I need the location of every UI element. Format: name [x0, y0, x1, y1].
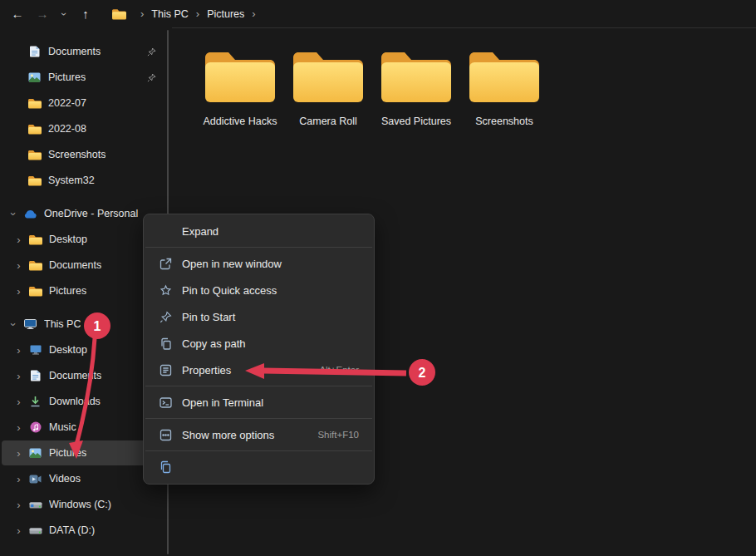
forward-button[interactable]: →: [30, 3, 55, 25]
menu-item-open-in-terminal[interactable]: Open in Terminal: [147, 389, 371, 416]
folder-icon: [27, 122, 42, 135]
sidebar-item-music[interactable]: › Music: [2, 415, 163, 440]
menu-item-copy-as-path[interactable]: Copy as path: [147, 330, 371, 357]
location-folder-icon: [111, 7, 127, 21]
folder-tile-saved-pictures[interactable]: Saved Pictures: [372, 52, 460, 127]
menu-item-label: Open in Terminal: [182, 396, 263, 409]
computer-icon: [22, 317, 38, 331]
sidebar-item-documents-quick[interactable]: Documents: [2, 39, 163, 64]
sidebar-item-onedrive[interactable]: › OneDrive - Personal: [2, 201, 163, 226]
downloads-icon: [27, 395, 43, 408]
menu-item-label: Pin to Quick access: [182, 284, 277, 297]
folder-label: Camera Roll: [299, 116, 356, 127]
sidebar-item-pictures[interactable]: › Pictures: [2, 440, 163, 465]
folder-tile-camera-roll[interactable]: Camera Roll: [284, 52, 372, 127]
sidebar-item-label: DATA (D:): [49, 524, 95, 536]
sidebar-item-pictures-onedrive[interactable]: › Pictures: [2, 278, 163, 303]
menu-item-open-in-new-window[interactable]: Open in new window: [147, 250, 371, 277]
picture-icon: [27, 71, 42, 84]
folder-icon: [27, 258, 43, 272]
menu-item-pin-to-start[interactable]: Pin to Start: [147, 303, 371, 330]
sidebar-item-2022-07[interactable]: 2022-07: [2, 91, 163, 116]
menu-shortcut: Shift+F10: [317, 430, 359, 440]
pin-icon: [159, 284, 173, 297]
chevron-right-icon[interactable]: ›: [13, 260, 24, 271]
recent-locations-chevron[interactable]: ›: [55, 3, 73, 25]
breadcrumb-pictures[interactable]: Pictures: [207, 8, 244, 20]
up-button[interactable]: ↑: [73, 3, 98, 25]
terminal-icon: [159, 396, 173, 409]
chevron-right-icon[interactable]: ›: [13, 345, 24, 356]
navigation-toolbar: ← → › ↑ › This PC › Pictures ›: [0, 0, 756, 27]
file-explorer-window: ← → › ↑ › This PC › Pictures › Documents…: [0, 0, 756, 556]
sidebar-item-system32[interactable]: System32: [2, 168, 163, 193]
sidebar-item-desktop[interactable]: › Desktop: [2, 337, 163, 362]
sidebar-item-pictures-quick[interactable]: Pictures: [2, 65, 163, 90]
chevron-right-icon[interactable]: ›: [13, 422, 24, 433]
chevron-down-icon[interactable]: ›: [8, 319, 19, 330]
menu-item-copy[interactable]: [147, 454, 371, 480]
menu-item-show-more-options[interactable]: Show more options Shift+F10: [147, 421, 371, 448]
drive-icon: [27, 498, 43, 511]
breadcrumb-this-pc[interactable]: This PC: [151, 8, 188, 20]
sidebar-item-videos[interactable]: › Videos: [2, 466, 163, 491]
chevron-right-icon[interactable]: ›: [13, 525, 24, 536]
document-icon: [27, 45, 42, 58]
sidebar-item-desktop-onedrive[interactable]: › Desktop: [2, 227, 163, 252]
sidebar-item-downloads[interactable]: › Downloads: [2, 389, 163, 414]
context-menu: Expand Open in new window Pin to Quick a…: [143, 214, 375, 485]
sidebar-item-label: Windows (C:): [49, 499, 111, 510]
sidebar-item-label: This PC: [44, 318, 81, 330]
chevron-right-icon[interactable]: ›: [252, 7, 255, 20]
menu-item-label: Properties: [182, 364, 231, 376]
sidebar-gap: [0, 194, 168, 200]
sidebar-item-documents[interactable]: › Documents: [2, 363, 163, 388]
chevron-right-icon[interactable]: ›: [13, 448, 24, 459]
sidebar-item-documents-onedrive[interactable]: › Documents: [2, 253, 163, 278]
sidebar-item-label: Videos: [49, 473, 81, 485]
chevron-right-icon[interactable]: ›: [13, 234, 24, 245]
folder-label: Screenshots: [475, 116, 533, 127]
pin-icon: [147, 73, 156, 82]
menu-separator: [145, 386, 372, 386]
sidebar-item-label: OneDrive - Personal: [44, 208, 138, 219]
pushpin-icon: [159, 311, 173, 323]
chevron-right-icon[interactable]: ›: [13, 371, 24, 381]
menu-separator: [145, 247, 372, 248]
folder-icon: [27, 174, 42, 187]
chevron-right-icon[interactable]: ›: [13, 499, 24, 510]
sidebar-item-windows-c[interactable]: › Windows (C:): [2, 492, 163, 517]
drive-icon: [27, 524, 43, 537]
folder-tile-screenshots[interactable]: Screenshots: [460, 52, 548, 127]
chevron-down-icon[interactable]: ›: [8, 209, 19, 219]
folder-label: Saved Pictures: [381, 116, 451, 127]
sidebar-item-2022-08[interactable]: 2022-08: [2, 116, 163, 141]
sidebar-item-label: Desktop: [49, 344, 87, 356]
chevron-right-icon[interactable]: ›: [13, 286, 24, 297]
document-icon: [27, 369, 43, 382]
sidebar-item-this-pc[interactable]: › This PC: [2, 312, 163, 337]
sidebar-item-label: Pictures: [49, 447, 86, 459]
menu-item-properties[interactable]: Properties Alt+Enter: [147, 357, 371, 383]
back-button[interactable]: ←: [5, 3, 30, 25]
folder-icon: [469, 52, 539, 106]
picture-icon: [27, 446, 43, 460]
sidebar-item-label: Documents: [49, 370, 101, 381]
videos-icon: [27, 472, 43, 485]
sidebar-item-label: Music: [49, 421, 76, 433]
menu-item-expand[interactable]: Expand: [147, 218, 371, 244]
menu-item-pin-to-quick-access[interactable]: Pin to Quick access: [147, 277, 371, 303]
chevron-right-icon[interactable]: ›: [13, 396, 24, 407]
chevron-right-icon[interactable]: ›: [13, 474, 24, 485]
sidebar-item-screenshots[interactable]: Screenshots: [2, 142, 163, 167]
folder-tile-addictive-hacks[interactable]: Addictive Hacks: [196, 52, 284, 127]
sidebar-item-label: Downloads: [49, 396, 101, 407]
sidebar-item-label: Documents: [49, 259, 101, 271]
chevron-right-icon: ›: [140, 7, 144, 20]
copy-icon: [159, 460, 173, 474]
chevron-right-icon[interactable]: ›: [196, 7, 199, 20]
open-new-window-icon: [159, 258, 173, 270]
folder-icon: [205, 52, 275, 106]
sidebar-item-data-d[interactable]: › DATA (D:): [2, 518, 163, 543]
pin-icon: [147, 47, 156, 57]
